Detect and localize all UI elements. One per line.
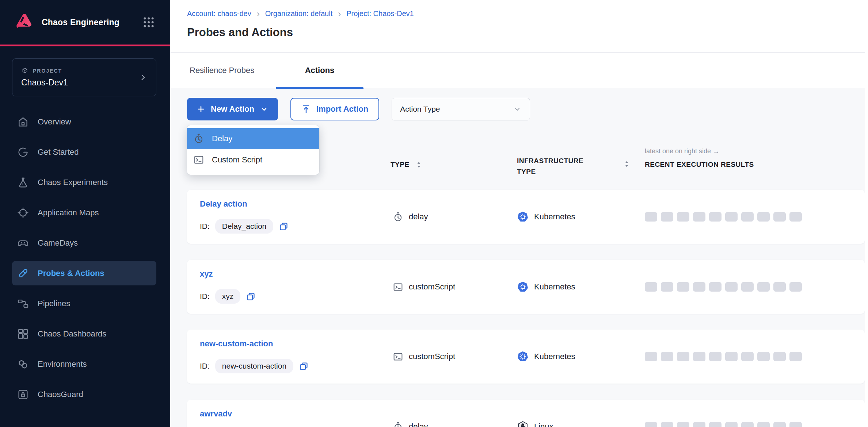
sidebar-item-label: Probes & Actions [38, 269, 104, 278]
app-switcher-grid-icon[interactable] [142, 16, 155, 28]
execution-result-placeholder [709, 422, 722, 427]
sort-icon[interactable] [624, 161, 629, 168]
execution-result-placeholder [773, 212, 786, 222]
tab-bar: Resilience Probes Actions [190, 52, 363, 88]
import-action-button[interactable]: Import Action [290, 98, 379, 120]
execution-result-placeholder [645, 282, 657, 292]
action-name-link[interactable]: xyz [200, 269, 213, 279]
page-title: Probes and Actions [187, 26, 868, 39]
import-action-label: Import Action [316, 104, 368, 114]
new-action-dropdown-menu: DelayCustom Script [187, 125, 319, 175]
stopwatch-icon [393, 212, 403, 222]
breadcrumb-project-link[interactable]: Project: Chaos-Dev1 [346, 9, 414, 18]
recent-execution-results-cell [645, 400, 802, 427]
cube-icon [21, 67, 28, 74]
new-action-label: New Action [211, 104, 254, 114]
sidebar-item-chaos-dashboards[interactable]: Chaos Dashboards [0, 319, 170, 349]
action-type-select[interactable]: Action Type [392, 98, 530, 120]
execution-result-placeholder [789, 352, 802, 361]
sidebar-item-application-maps[interactable]: Application Maps [0, 197, 170, 228]
execution-result-placeholder [709, 212, 722, 222]
breadcrumb: Account: chaos-dev › Organization: defau… [187, 9, 868, 18]
sidebar-item-label: Get Started [38, 147, 79, 157]
type-value: delay [409, 422, 428, 427]
type-value: customScript [409, 352, 455, 361]
execution-result-placeholder [757, 352, 770, 361]
breadcrumb-organization-link[interactable]: Organization: default [265, 9, 333, 18]
project-label: PROJECT [33, 68, 62, 74]
terminal-icon [393, 351, 403, 362]
project-selector[interactable]: PROJECT Chaos-Dev1 [12, 58, 156, 96]
home-icon [17, 116, 29, 128]
copy-id-button[interactable] [299, 361, 309, 371]
action-name-link[interactable]: new-custom-action [200, 339, 273, 349]
tab-actions-label: Actions [305, 66, 335, 75]
tab-resilience-probes[interactable]: Resilience Probes [190, 52, 269, 88]
target-icon [17, 207, 29, 219]
stopwatch-icon [393, 422, 403, 427]
linux-icon [517, 421, 529, 427]
toolbar: New Action Import Action Action Type [187, 98, 530, 120]
sidebar-item-probes-actions[interactable]: Probes & Actions [12, 261, 156, 285]
sidebar-item-chaos-experiments[interactable]: Chaos Experiments [0, 167, 170, 197]
menu-item-label: Custom Script [212, 155, 262, 165]
flask-icon [17, 176, 29, 189]
copy-id-button[interactable] [246, 292, 256, 301]
kubernetes-icon [517, 211, 529, 223]
execution-result-placeholder [757, 212, 770, 222]
tab-actions[interactable]: Actions [276, 52, 363, 88]
column-header-infrastructure-type: INFRASTRUCTURE TYPE [517, 155, 594, 177]
action-id-chip: xyz [215, 289, 241, 304]
new-action-button[interactable]: New Action [187, 98, 278, 120]
menu-item-custom-script[interactable]: Custom Script [187, 149, 319, 170]
copy-id-button[interactable] [279, 222, 289, 231]
menu-item-delay[interactable]: Delay [187, 128, 319, 149]
action-name-link[interactable]: Delay action [200, 199, 247, 209]
execution-result-placeholder [741, 282, 754, 292]
stopwatch-icon [193, 133, 204, 144]
sidebar-nav: OverviewGet StartedChaos ExperimentsAppl… [0, 107, 170, 409]
sidebar-item-label: Chaos Experiments [38, 178, 108, 187]
type-cell: delay [393, 400, 428, 427]
execution-result-placeholder [693, 352, 705, 361]
breadcrumb-account-link[interactable]: Account: chaos-dev [187, 9, 251, 18]
infrastructure-value: Linux [534, 422, 553, 427]
sidebar-item-get-started[interactable]: Get Started [0, 137, 170, 167]
sidebar-item-chaosguard[interactable]: ChaosGuard [0, 379, 170, 409]
recent-results-note: latest one on right side → [645, 147, 719, 155]
execution-result-placeholder [693, 422, 705, 427]
id-label: ID: [200, 362, 210, 370]
sort-icon[interactable] [416, 161, 422, 168]
action-id-row: ID:new-custom-action [200, 359, 309, 373]
terminal-icon [193, 154, 204, 165]
breadcrumb-separator: › [338, 10, 341, 18]
action-row: awrvadvdelayLinux [187, 400, 865, 427]
execution-result-placeholder [773, 352, 786, 361]
infrastructure-type-header-label: INFRASTRUCTURE TYPE [517, 155, 594, 177]
sidebar-item-pipelines[interactable]: Pipelines [0, 288, 170, 319]
action-row: xyzID:xyzcustomScriptKubernetes [187, 260, 865, 314]
execution-result-placeholder [757, 282, 770, 292]
column-header-type: TYPE [391, 161, 422, 169]
type-cell: delay [393, 190, 428, 244]
sidebar-item-environments[interactable]: Environments [0, 349, 170, 379]
sidebar-item-gamedays[interactable]: GameDays [0, 228, 170, 258]
execution-result-placeholder [709, 352, 722, 361]
menu-item-label: Delay [212, 134, 232, 143]
gamepad-icon [17, 237, 29, 249]
execution-result-placeholder [741, 212, 754, 222]
project-name: Chaos-Dev1 [21, 78, 138, 88]
execution-result-placeholder [677, 282, 689, 292]
sidebar-item-overview[interactable]: Overview [0, 107, 170, 137]
scrollbar[interactable] [865, 0, 868, 427]
infrastructure-value: Kubernetes [534, 282, 575, 292]
type-cell: customScript [393, 330, 455, 384]
execution-result-placeholder [693, 212, 705, 222]
sidebar-item-label: Environments [38, 359, 87, 369]
execution-result-placeholder [725, 282, 738, 292]
execution-result-placeholder [693, 282, 705, 292]
action-id-row: ID:Delay_action [200, 219, 289, 234]
execution-result-placeholder [789, 422, 802, 427]
sidebar-item-label: Overview [38, 117, 71, 127]
action-name-link[interactable]: awrvadv [200, 409, 232, 419]
